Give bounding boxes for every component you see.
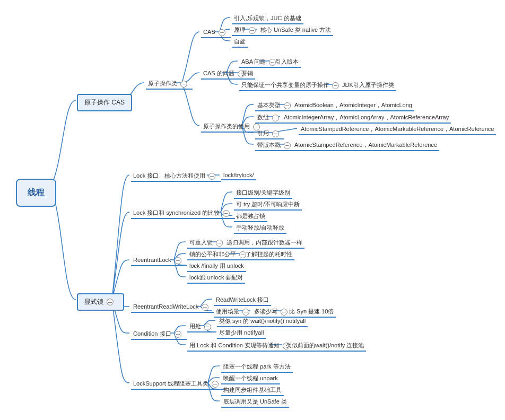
root-label: 线程	[28, 188, 45, 197]
minus-icon[interactable]	[208, 173, 215, 180]
leaf[interactable]: 自旋	[232, 37, 248, 48]
leaf[interactable]: lock /finally 用 unlock	[187, 261, 246, 272]
leaf[interactable]: 接口级别/关键字级别	[234, 188, 292, 199]
leaf[interactable]: JDK引入原子操作类	[340, 80, 396, 91]
main-cas[interactable]: 原子操作 CAS	[77, 94, 132, 111]
leaf[interactable]: 都是独占锁	[234, 211, 267, 222]
leaf[interactable]: AtomicStampedReference，AtomicMarkableRef…	[299, 124, 496, 135]
leaf[interactable]: 核心 UnSafe 类 native 方法	[258, 25, 333, 36]
minus-icon[interactable]	[212, 381, 219, 388]
minus-icon[interactable]	[272, 115, 279, 121]
leaf[interactable]: 递归调用，内部跟计数器一样	[224, 238, 304, 249]
leaf[interactable]: ReadWriteLock 接口	[214, 295, 271, 306]
leaf[interactable]: AtomicStampedReference，AtomicMarkableRef…	[292, 140, 439, 151]
node-reentrant[interactable]: ReentrantLock	[131, 256, 187, 266]
node-ref[interactable]: 引用	[255, 128, 284, 139]
leaf[interactable]: lock/trylock/	[221, 171, 256, 180]
node-fair[interactable]: 锁的公平和非公平	[187, 249, 251, 260]
node-shared-var[interactable]: 只能保证一个共享变量的原子操作	[239, 80, 344, 91]
minus-icon[interactable]	[202, 304, 208, 311]
minus-icon[interactable]	[332, 82, 339, 89]
node-wait-notify[interactable]: 用 Lock 和 Condition 实现等待通知	[187, 340, 295, 352]
minus-icon[interactable]	[180, 81, 187, 88]
leaf[interactable]: 引入版本	[273, 57, 301, 68]
minus-icon[interactable]	[204, 323, 211, 330]
minus-icon[interactable]	[107, 299, 114, 305]
node-lock-compare[interactable]: Lock 接口和 synchronized 的比较	[131, 208, 235, 219]
minus-icon[interactable]	[175, 331, 181, 338]
leaf[interactable]: 构建同步组件基础工具	[221, 385, 284, 396]
leaf[interactable]: 唤醒一个线程 unpark	[221, 373, 280, 384]
node-rwlock[interactable]: ReentrantReadWriteLock	[131, 302, 214, 313]
main-lock-label: 显式锁	[84, 298, 103, 305]
leaf[interactable]: 类似 syn 的 wait()/notify() notifyall	[217, 316, 308, 327]
leaf[interactable]: 可 try 超时/不可响应中断	[234, 199, 302, 211]
leaf[interactable]: 手动释放/自动释放	[234, 223, 286, 234]
minus-icon[interactable]	[272, 130, 279, 137]
node-condition[interactable]: Condition 接口	[131, 329, 187, 340]
leaf[interactable]: 类似前面的wait()/notify 连接池	[284, 340, 366, 352]
node-array[interactable]: 数组	[255, 112, 284, 124]
node-use[interactable]: 用处	[187, 321, 216, 332]
leaf[interactable]: 尽量少用 notifyall	[217, 328, 266, 339]
minus-icon[interactable]	[242, 309, 249, 316]
minus-icon[interactable]	[249, 27, 256, 34]
root-node[interactable]: 线程	[16, 179, 56, 207]
node-cas[interactable]: CAS	[201, 28, 231, 38]
leaf[interactable]: 引入,乐观锁，JUC 的基础	[232, 13, 303, 24]
minus-icon[interactable]	[284, 142, 291, 149]
leaf[interactable]: lock跟 unlock 要配对	[187, 273, 245, 284]
minus-icon[interactable]	[216, 240, 223, 247]
node-reentrant-sub[interactable]: 可重入锁	[187, 238, 228, 249]
node-locksupport[interactable]: LockSupport 线程阻塞工具类	[131, 379, 224, 390]
leaf[interactable]: 底层调用又是 UnSafe 类	[221, 397, 289, 408]
leaf[interactable]: 阻塞一个线程 park 等方法	[221, 362, 293, 373]
node-principle[interactable]: 原理	[232, 25, 261, 36]
node-atomic-ops[interactable]: 原子操作类	[146, 78, 193, 90]
minus-icon[interactable]	[284, 102, 291, 109]
main-lock[interactable]: 显式锁	[77, 293, 124, 311]
leaf[interactable]: AtomicBoolean，AtomicInteger，AtomicLong	[292, 100, 414, 111]
node-version[interactable]: 带版本戳	[255, 140, 296, 151]
minus-icon[interactable]	[175, 257, 181, 264]
node-lock-api[interactable]: Lock 接口、核心方法和使用	[131, 171, 221, 182]
minus-icon[interactable]	[223, 210, 230, 217]
leaf[interactable]: AtomicIntegerArray，AtomicLongArray，Atomi…	[282, 112, 451, 124]
leaf[interactable]: 开销	[239, 68, 255, 80]
leaf[interactable]: 了解挂起的耗时性	[243, 249, 294, 260]
node-basic-type[interactable]: 基本类型	[255, 100, 296, 111]
main-cas-label: 原子操作 CAS	[84, 99, 125, 106]
minus-icon[interactable]	[219, 29, 225, 36]
